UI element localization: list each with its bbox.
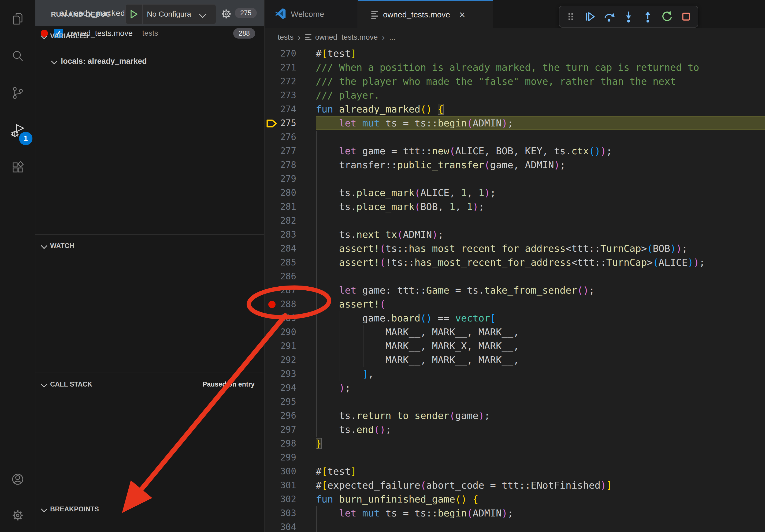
- code-text[interactable]: let game: ttt::Game = ts.take_from_sende…: [316, 283, 594, 297]
- line-number[interactable]: 302: [270, 492, 296, 506]
- code-line-285: 285 assert!(!ts::has_most_recent_for_add…: [265, 256, 765, 269]
- code-line-290: 290 MARK__, MARK__, MARK__,: [265, 325, 765, 339]
- code-text[interactable]: /// When a position is already marked, t…: [316, 61, 699, 75]
- code-text[interactable]: ts.return_to_sender(game);: [316, 409, 490, 423]
- code-line-283: 283 ts.next_tx(ADMIN);: [265, 228, 765, 242]
- code-line-301: 301#[expected_failure(abort_code = ttt::…: [265, 478, 765, 492]
- code-text[interactable]: fun already_marked() {: [316, 102, 443, 116]
- line-number[interactable]: 304: [270, 520, 296, 532]
- section-header-call-stack[interactable]: CALL STACK: [42, 381, 92, 388]
- code-text[interactable]: assert!(!ts::has_most_recent_for_address…: [316, 256, 705, 269]
- code-text[interactable]: /// player.: [316, 89, 380, 102]
- line-number[interactable]: 299: [270, 450, 296, 464]
- line-number[interactable]: 282: [270, 214, 296, 228]
- settings-gear-icon[interactable]: [0, 502, 35, 529]
- line-number[interactable]: 271: [270, 61, 296, 75]
- line-number[interactable]: 273: [270, 89, 296, 102]
- code-text[interactable]: ],: [316, 367, 374, 381]
- line-number[interactable]: 276: [270, 130, 296, 144]
- start-debugging-icon[interactable]: [126, 5, 143, 24]
- code-line-277: 277 let game = ttt::new(ALICE, BOB, KEY,…: [265, 144, 765, 158]
- code-text[interactable]: let game = ttt::new(ALICE, BOB, KEY, ts.…: [316, 144, 612, 158]
- line-number[interactable]: 295: [270, 395, 296, 409]
- code-text[interactable]: MARK__, MARK_X, MARK__,: [316, 339, 519, 353]
- code-line-278: 278 transfer::public_transfer(game, ADMI…: [265, 158, 765, 172]
- code-line-291: 291 MARK__, MARK_X, MARK__,: [265, 339, 765, 353]
- code-text[interactable]: let mut ts = ts::begin(ADMIN);: [316, 116, 513, 130]
- line-number[interactable]: 298: [270, 437, 296, 450]
- code-editor[interactable]: 270#[test]271/// When a position is alre…: [265, 0, 765, 532]
- line-number[interactable]: 289: [270, 311, 296, 325]
- line-number[interactable]: 283: [270, 228, 296, 242]
- debug-settings-gear-icon[interactable]: [220, 8, 232, 21]
- code-line-279: 279: [265, 172, 765, 186]
- code-line-303: 303 let mut ts = ts::begin(ADMIN);: [265, 506, 765, 520]
- code-text[interactable]: let mut ts = ts::begin(ADMIN);: [316, 506, 513, 520]
- section-header-variables[interactable]: VARIABLES: [42, 32, 88, 40]
- code-line-284: 284 assert!(ts::has_most_recent_for_addr…: [265, 242, 765, 256]
- code-line-280: 280 ts.place_mark(ALICE, 1, 1);: [265, 186, 765, 200]
- code-line-288: 288 assert!(: [265, 297, 765, 311]
- search-icon[interactable]: [0, 43, 35, 70]
- line-number[interactable]: 272: [270, 75, 296, 89]
- debug-sessions-badge: 1: [19, 132, 32, 145]
- line-number[interactable]: 274: [270, 102, 296, 116]
- line-number[interactable]: 291: [270, 339, 296, 353]
- code-text[interactable]: #[test]: [316, 47, 357, 61]
- line-number[interactable]: 279: [270, 172, 296, 186]
- line-number[interactable]: 270: [270, 47, 296, 61]
- section-header-breakpoints[interactable]: BREAKPOINTS: [42, 505, 99, 513]
- code-text[interactable]: ts.next_tx(ADMIN);: [316, 228, 443, 242]
- source-control-icon[interactable]: [0, 80, 35, 106]
- paused-status: Paused on entry: [203, 381, 255, 388]
- line-number[interactable]: 278: [270, 158, 296, 172]
- code-text[interactable]: fun burn_unfinished_game() {: [316, 492, 478, 506]
- section-header-watch[interactable]: WATCH: [42, 242, 74, 250]
- line-number[interactable]: 281: [270, 200, 296, 214]
- code-text[interactable]: transfer::public_transfer(game, ADMIN);: [316, 158, 565, 172]
- code-text[interactable]: assert!(: [316, 297, 385, 311]
- code-line-270: 270#[test]: [265, 47, 765, 61]
- section-divider: [35, 234, 264, 235]
- explorer-icon[interactable]: [0, 5, 35, 32]
- code-text[interactable]: /// the player who made the "false" move…: [316, 75, 676, 89]
- code-text[interactable]: game.board() == vector[: [316, 311, 496, 325]
- line-number[interactable]: 290: [270, 325, 296, 339]
- line-number[interactable]: 286: [270, 269, 296, 283]
- code-text[interactable]: MARK__, MARK__, MARK__,: [316, 325, 519, 339]
- line-number[interactable]: 292: [270, 353, 296, 367]
- code-text[interactable]: assert!(ts::has_most_recent_for_address<…: [316, 242, 688, 256]
- line-number[interactable]: 288: [270, 297, 296, 311]
- line-number[interactable]: 301: [270, 478, 296, 492]
- line-number[interactable]: 296: [270, 409, 296, 423]
- activity-bar: 1: [0, 0, 35, 532]
- line-number[interactable]: 284: [270, 242, 296, 256]
- line-number[interactable]: 293: [270, 367, 296, 381]
- code-text[interactable]: #[expected_failure(abort_code = ttt::ENo…: [316, 478, 612, 492]
- code-text[interactable]: );: [316, 381, 351, 395]
- code-text[interactable]: }: [316, 437, 322, 450]
- code-line-271: 271/// When a position is already marked…: [265, 61, 765, 75]
- line-number[interactable]: 285: [270, 256, 296, 269]
- accounts-icon[interactable]: [0, 466, 35, 493]
- code-text[interactable]: ts.place_mark(ALICE, 1, 1);: [316, 186, 496, 200]
- locals-scope-row[interactable]: locals: already_marked: [52, 57, 147, 66]
- line-number[interactable]: 275: [270, 116, 296, 130]
- code-text[interactable]: #[test]: [316, 464, 357, 478]
- line-number[interactable]: 297: [270, 423, 296, 437]
- code-line-302: 302fun burn_unfinished_game() {: [265, 492, 765, 506]
- line-number[interactable]: 277: [270, 144, 296, 158]
- code-text[interactable]: MARK__, MARK__, MARK__,: [316, 353, 519, 367]
- chevron-down-icon: [41, 242, 47, 249]
- line-number[interactable]: 303: [270, 506, 296, 520]
- debug-config-dropdown[interactable]: No Configura: [125, 4, 216, 24]
- line-number[interactable]: 294: [270, 381, 296, 395]
- line-number[interactable]: 280: [270, 186, 296, 200]
- line-number[interactable]: 300: [270, 464, 296, 478]
- line-number[interactable]: 287: [270, 283, 296, 297]
- code-text[interactable]: ts.end();: [316, 423, 391, 437]
- code-text[interactable]: ts.place_mark(BOB, 1, 1);: [316, 200, 484, 214]
- chevron-down-icon: [51, 58, 57, 64]
- extensions-icon[interactable]: [0, 154, 35, 181]
- section-divider: [35, 501, 264, 501]
